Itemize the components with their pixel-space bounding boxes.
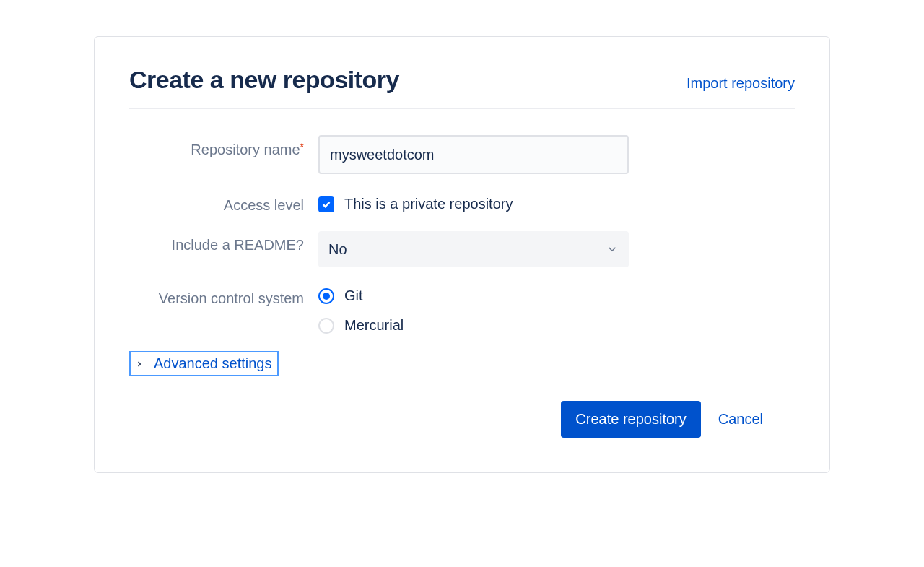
check-icon	[321, 199, 331, 209]
access-level-control-col: This is a private repository	[318, 191, 629, 212]
import-repository-link[interactable]: Import repository	[687, 75, 795, 92]
actions-row: Create repository Cancel	[129, 401, 763, 438]
create-repo-card: Create a new repository Import repositor…	[94, 36, 830, 473]
vcs-git-label: Git	[344, 287, 363, 304]
readme-label: Include a README?	[172, 237, 304, 253]
repo-name-label-col: Repository name*	[129, 135, 318, 158]
vcs-label: Version control system	[159, 290, 304, 306]
advanced-settings-toggle[interactable]: Advanced settings	[129, 351, 279, 376]
vcs-label-col: Version control system	[129, 285, 318, 307]
page-title: Create a new repository	[129, 66, 399, 94]
radio-icon-checked	[318, 288, 334, 304]
repo-name-control-col	[318, 135, 629, 174]
private-checkbox-label: This is a private repository	[344, 196, 513, 212]
readme-select[interactable]: No	[318, 231, 629, 267]
advanced-settings-row: Advanced settings	[129, 351, 795, 376]
access-level-row: Access level This is a private repositor…	[129, 191, 795, 214]
private-checkbox[interactable]	[318, 196, 334, 212]
vcs-row: Version control system Git Mercurial	[129, 285, 795, 334]
repo-name-label: Repository name	[191, 142, 300, 157]
vcs-mercurial-label: Mercurial	[344, 317, 404, 334]
create-repository-button[interactable]: Create repository	[561, 401, 700, 438]
readme-label-col: Include a README?	[129, 231, 318, 254]
header-row: Create a new repository Import repositor…	[129, 66, 795, 109]
repo-name-input[interactable]	[318, 135, 629, 174]
vcs-radio-mercurial[interactable]: Mercurial	[318, 317, 629, 334]
radio-icon-unchecked	[318, 318, 334, 334]
repo-name-row: Repository name*	[129, 135, 795, 174]
chevron-down-icon	[606, 243, 619, 256]
private-checkbox-row: This is a private repository	[318, 191, 629, 212]
advanced-settings-label: Advanced settings	[154, 355, 271, 372]
readme-control-col: No	[318, 231, 629, 267]
access-level-label-col: Access level	[129, 191, 318, 214]
vcs-control-col: Git Mercurial	[318, 285, 629, 334]
readme-row: Include a README? No	[129, 231, 795, 267]
vcs-radio-git[interactable]: Git	[318, 287, 629, 304]
vcs-radio-group: Git Mercurial	[318, 285, 629, 334]
chevron-right-icon	[135, 360, 144, 368]
cancel-link[interactable]: Cancel	[718, 411, 763, 428]
access-level-label: Access level	[224, 197, 304, 213]
readme-selected-value: No	[328, 241, 347, 258]
required-indicator: *	[300, 141, 304, 152]
